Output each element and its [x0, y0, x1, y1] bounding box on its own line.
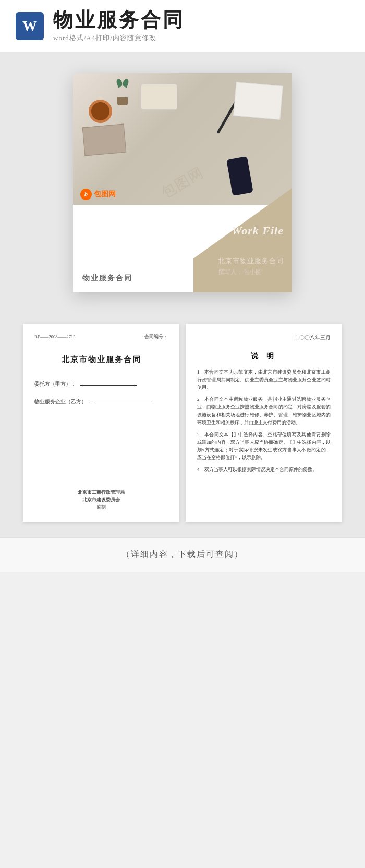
header-text-block: 物业服务合同 word格式/A4打印/内容随意修改	[53, 9, 185, 43]
field-line-b	[95, 403, 153, 403]
work-file-label: Work File	[232, 224, 284, 238]
desk-calculator	[141, 84, 177, 110]
doc-field-party-a: 委托方（甲方）：	[34, 380, 168, 388]
doc-header-row: BF——2008——2713 合同编号：	[34, 334, 168, 340]
doc-paragraph: 4．双方当事人可以根据实际情况决定本合同原件的份数。	[197, 466, 331, 474]
doc-paragraph: 3．本合同文本【】中选择内容、空格部位填写及其他需要删除或添加的内容，双方当事人…	[197, 431, 331, 462]
cover-info-block: 北京市物业服务合同 撰写人：包小圆	[218, 256, 284, 277]
doc-field-party-b: 物业服务企业（乙方）：	[34, 398, 168, 405]
cover-bottom-left: 物业服务合同	[73, 205, 193, 292]
cover-info-author: 撰写人：包小圆	[218, 268, 284, 277]
cover-photo	[73, 73, 292, 205]
desk-book	[82, 123, 126, 156]
footer-stamp: 监制	[78, 503, 125, 511]
footer-line1: 北京市工商行政管理局	[78, 489, 125, 496]
doc-page-right: 二〇〇八年三月 说 明 1．本合同文本为示范文本，由北京市建设委员会和北京市工商…	[186, 324, 342, 522]
cover-info-title: 北京市物业服务合同	[218, 256, 284, 266]
doc-page-left: BF——2008——2713 合同编号： 北京市物业服务合同 委托方（甲方）： …	[23, 324, 179, 522]
ref-number: BF——2008——2713	[34, 334, 75, 340]
desk-papers	[233, 82, 283, 120]
page-footer: （详细内容，下载后可查阅）	[0, 537, 365, 572]
desk-coffee	[89, 100, 112, 123]
baotu-logo: b 包图网	[80, 189, 116, 200]
contract-no-label: 合同编号：	[144, 334, 168, 340]
header-subtitle: word格式/A4打印/内容随意修改	[53, 33, 185, 43]
cover-section: 物业服务合同 b 包图网 Work File 北京市物业服务合同 撰写人：包小圆…	[0, 53, 365, 313]
doc-paragraph: 2．本合同文本中所称物业服务，是指业主通过选聘物业服务企业，由物业服务企业按照物…	[197, 395, 331, 426]
top-header: W 物业服务合同 word格式/A4打印/内容随意修改	[0, 0, 365, 53]
doc-date: 二〇〇八年三月	[197, 334, 331, 341]
word-icon-letter: W	[22, 18, 37, 34]
doc-footer: 北京市工商行政管理局 北京市建设委员会 监制	[78, 489, 125, 511]
desk-plant	[115, 79, 130, 100]
doc-main-title: 北京市物业服务合同	[34, 355, 168, 365]
field-line-a	[80, 385, 137, 386]
doc-preview-section: BF——2008——2713 合同编号： 北京市物业服务合同 委托方（甲方）： …	[0, 313, 365, 537]
header-title: 物业服务合同	[53, 9, 185, 31]
doc-paragraph: 1．本合同文本为示范文本，由北京市建设委员会和北京市工商行政管理局共同制定。供业…	[197, 368, 331, 392]
logo-text: 包图网	[94, 190, 116, 199]
footer-text: （详细内容，下载后可查阅）	[121, 550, 244, 559]
cover-photo-desk	[73, 73, 292, 205]
word-icon: W	[16, 12, 44, 40]
doc-paragraphs: 1．本合同文本为示范文本，由北京市建设委员会和北京市工商行政管理局共同制定。供业…	[197, 368, 331, 474]
book-cover: 物业服务合同 b 包图网 Work File 北京市物业服务合同 撰写人：包小圆…	[73, 73, 292, 292]
cover-contract-title: 物业服务合同	[82, 274, 184, 283]
footer-line2: 北京市建设委员会	[78, 496, 125, 503]
doc-section-title: 说 明	[197, 352, 331, 361]
logo-icon: b	[80, 189, 92, 200]
